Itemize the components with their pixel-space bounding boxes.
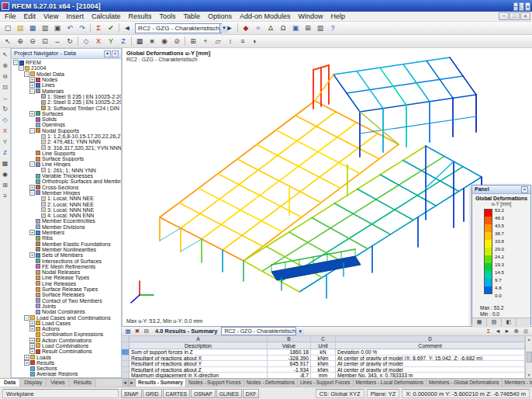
print-icon[interactable]: ▥ xyxy=(39,23,51,34)
tree-item-sets-of-members[interactable]: +Sets of Members xyxy=(12,252,121,258)
row-selector[interactable] xyxy=(122,373,130,378)
table-search-icon[interactable]: ◎ xyxy=(521,327,530,335)
nav-dropdown-icon[interactable]: ▾ xyxy=(104,50,111,57)
status-toggle-cartes[interactable]: CARTES xyxy=(163,389,190,398)
table-row[interactable]: Maximum displacement in X-direction-8.7m… xyxy=(122,373,525,378)
mdi-close-button[interactable]: × xyxy=(520,12,530,20)
scroll-thumb[interactable] xyxy=(527,352,532,363)
wireframe-display-icon[interactable]: ▦ xyxy=(133,36,146,47)
tree-item-load-combinations[interactable]: +Load Combinations xyxy=(12,343,121,349)
tree-item-line-releases[interactable]: Line Releases xyxy=(12,281,121,286)
tree-item-surface-release-types[interactable]: Surface Release Types xyxy=(12,286,121,292)
row-selector[interactable] xyxy=(122,356,130,362)
list-tool-icon[interactable]: ≡ xyxy=(0,191,10,201)
tree-item-combination-expressions[interactable]: Combination Expressions xyxy=(12,331,121,337)
print-preview-icon[interactable]: ▥ xyxy=(314,23,326,34)
collapse-icon[interactable]: − xyxy=(13,60,19,65)
panel-factors-tab-icon[interactable]: ▧ xyxy=(487,318,502,327)
row-selector[interactable] xyxy=(122,367,130,373)
row-selector[interactable] xyxy=(122,349,130,356)
tree-item-nodal-supports[interactable]: −Nodal Supports xyxy=(12,128,121,134)
tree-item-rfem[interactable]: −RFEM xyxy=(12,60,121,65)
table-tab-nodes-deformations[interactable]: Nodes - Deformations xyxy=(244,379,298,387)
expand-icon[interactable]: + xyxy=(29,77,35,82)
navigator-tab-results[interactable]: Results xyxy=(70,379,96,387)
table-row[interactable]: Sum of support forces in Z1860.18kNDevia… xyxy=(122,349,525,356)
navigator-tab-display[interactable]: Display xyxy=(20,379,47,387)
deformations-icon[interactable]: ≈ xyxy=(252,23,264,34)
tree-item-line-hinges[interactable]: −Line Hinges xyxy=(12,161,121,167)
tree-item-actions[interactable]: +Actions xyxy=(12,326,121,331)
menu-help[interactable]: Help xyxy=(327,12,350,22)
maximize-button[interactable]: □ xyxy=(519,2,524,11)
rotate-view-icon[interactable]: ↻ xyxy=(64,36,76,47)
tree-item-line-release-types[interactable]: Line Release Types xyxy=(12,275,121,280)
mdi-restore-button[interactable]: □ xyxy=(510,12,520,20)
tree-item-joints[interactable]: Joints xyxy=(12,304,121,309)
tables-icon[interactable]: ⊞ xyxy=(302,23,314,34)
tree-item-load-cases-and-combinations[interactable]: −Load Cases and Combinations xyxy=(12,314,121,320)
tree-item-3-local-nnn-nne[interactable]: 3: Local; NNN NNE xyxy=(12,207,121,213)
select-icon[interactable]: ↖ xyxy=(2,36,14,47)
tree-item-surface-releases[interactable]: Surface Releases xyxy=(12,292,121,297)
panel-color-scale-tab-icon[interactable]: ▦ xyxy=(472,318,487,327)
row-selector[interactable] xyxy=(122,361,130,367)
expand-icon[interactable]: + xyxy=(29,230,35,235)
navigator-tab-data[interactable]: Data xyxy=(0,379,20,387)
expand-icon[interactable]: + xyxy=(24,355,29,360)
expand-icon[interactable]: + xyxy=(29,82,35,88)
menu-options[interactable]: Options xyxy=(204,12,236,22)
x-view-tool-icon[interactable]: X xyxy=(0,126,10,136)
tree-item-surface-supports[interactable]: Surface Supports xyxy=(12,156,121,161)
tree-item-surfaces[interactable]: +Surfaces xyxy=(12,111,121,116)
next-result-icon[interactable]: ► xyxy=(223,23,236,34)
table-prev-icon[interactable]: ◄ xyxy=(493,327,503,335)
tree-item-nodes[interactable]: +Nodes xyxy=(12,77,121,82)
panel-filter-tab-icon[interactable]: ◧ xyxy=(502,318,516,327)
rotate-tool-icon[interactable]: ↻ xyxy=(0,104,10,114)
menu-edit[interactable]: Edit xyxy=(20,12,40,22)
collapse-icon[interactable]: − xyxy=(29,161,35,167)
copy-icon[interactable]: ▣ xyxy=(51,23,64,34)
visibility-icon[interactable]: ◉ xyxy=(158,36,171,47)
nav-close-icon[interactable]: × xyxy=(112,50,119,57)
panel-close-icon[interactable]: × xyxy=(521,186,528,193)
tree-item-2-479-481-ynn-nnn[interactable]: 2: 479,481; YNN NNN xyxy=(12,139,121,144)
tree-item-contact-of-two-members[interactable]: Contact of Two Members xyxy=(12,297,121,303)
tree-item-line-supports[interactable]: Line Supports xyxy=(12,151,121,156)
tree-item-results[interactable]: +Results xyxy=(12,360,121,366)
tree-item-variable-thicknesses[interactable]: Variable Thicknesses xyxy=(12,173,121,179)
table-next-icon[interactable]: ► xyxy=(503,327,512,335)
tree-item-openings[interactable]: Openings xyxy=(12,122,121,127)
tree-item-21004[interactable]: −21004 xyxy=(12,65,121,71)
tree-item-3-softwood-timber-c24-din-1052-2008-12[interactable]: 3: Softwood Timber C24 | DIN 1052:2008-1… xyxy=(12,105,121,110)
collapse-icon[interactable]: − xyxy=(24,315,29,321)
pan-icon[interactable]: ↔ xyxy=(51,36,64,47)
menu-tools[interactable]: Tools xyxy=(155,12,179,22)
visibility-tool-icon[interactable]: ◉ xyxy=(0,169,10,179)
minimize-button[interactable]: − xyxy=(513,2,519,11)
iso-view-tool-icon[interactable]: ◇ xyxy=(0,115,10,125)
status-toggle-osnap[interactable]: OSNAP xyxy=(191,389,216,398)
scroll-down-icon[interactable]: ▼ xyxy=(527,373,531,377)
model-viewport[interactable]: Global Deformations u-Y [mm] RC2 : GZG -… xyxy=(122,48,532,326)
zoom-in-tool-icon[interactable]: ⊕ xyxy=(0,61,10,71)
tree-item-model-data[interactable]: −Model Data xyxy=(12,71,121,77)
table-load-case-combo[interactable]: RC2 - GZG - Charakteristisch ▼ xyxy=(221,327,296,335)
menu-insert[interactable]: Insert xyxy=(62,12,88,22)
undo-icon[interactable]: ↶ xyxy=(64,23,76,34)
tree-item-nodal-releases[interactable]: Nodal Releases xyxy=(12,269,121,275)
table-select-icon[interactable]: ▦ xyxy=(123,327,133,335)
panel-toggle-icon[interactable]: ▣ xyxy=(289,23,302,34)
tree-item-materials[interactable]: −Materials xyxy=(12,88,121,93)
view-y-icon[interactable]: Y xyxy=(105,36,117,47)
table-row[interactable]: Resultant of reactions about X-328.390kN… xyxy=(122,356,525,362)
menu-window[interactable]: Window xyxy=(295,12,327,22)
menu-file[interactable]: File xyxy=(1,12,20,22)
status-toggle-snap[interactable]: SNAP xyxy=(121,389,142,398)
tree-item-sections[interactable]: Sections xyxy=(12,366,121,371)
tree-item-4-local-nnn-enn[interactable]: 4: Local; NNN ENN xyxy=(12,213,121,218)
menu-calculate[interactable]: Calculate xyxy=(88,12,125,22)
save-icon[interactable]: ▦ xyxy=(26,23,39,34)
menu-view[interactable]: View xyxy=(40,12,62,22)
